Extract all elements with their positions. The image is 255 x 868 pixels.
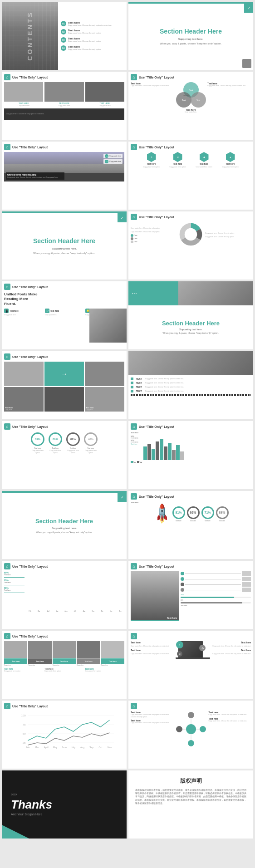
slide-5: Use "Title Only" Layout Unified fonts ma… [2,142,127,210]
slide-6: Use "Title Only" Layout ✦ Text here Copy… [128,142,253,210]
section-sub-2: When you copy & paste, choose "keep text… [160,42,221,46]
slide-8: Use "Title Only" Layout Copy paste here.… [128,211,253,280]
section-header-2: Section Header Here [160,28,222,35]
slogan-text: And Your Slogan Here [11,813,118,816]
svg-text:50: 50 [23,732,26,735]
svg-text:Oct: Oct [99,746,103,749]
thanks-heading: Thanks [11,798,118,812]
section-header-15: Section Header Here [35,518,93,525]
slide-14-title: Use "Title Only" Layout [139,425,174,428]
slide-11-title: Use "Title Only" Layout [12,355,48,358]
svg-text:Feb: Feb [26,746,30,749]
section-sub-15: When you copy & paste, choose "keep text… [36,531,93,534]
slide-1: CONTENTS 01 Text here Copy paste here. C… [2,2,127,70]
svg-text:Nov: Nov [108,746,112,749]
svg-text:May: May [53,746,58,749]
slide-23: 200X Thanks And Your Slogan Here [2,770,127,839]
svg-text:Mar: Mar [35,746,39,749]
slide-4: Use "Title Only" Layout Text here Copy p… [128,72,253,140]
slide-7: ✓ Section Header Here Supporting text he… [2,211,127,280]
slide-10: ▶ ▶ ▶ Section Header Here Supporting tex… [128,281,253,349]
svg-text:Aug: Aug [80,746,84,749]
contents-item-3: 03 Text here Copy paste here. Choose the… [61,37,124,43]
slide-9-title: Use "Title Only" Layout [12,285,48,289]
svg-text:100: 100 [21,714,26,717]
slide-21: Use "Title Only" Layout 100 75 50 25 Feb [2,701,127,769]
section-supporting-15: Supporting text here. [52,526,77,530]
slide-16: Use "Title Only" Layout Text Here 🚀 81% … [128,491,253,559]
slide-20: Text here Copy paste here. Choose the on… [128,631,253,699]
year-label: 200X [11,793,118,796]
slide-11: Use "Title Only" Layout → Text here Copy… [2,351,127,419]
slide-19-title: Use "Title Only" Layout [12,635,48,638]
section-sub-10: When you copy & paste, choose "keep text… [163,332,219,334]
rocket-icon: 🚀 [150,502,173,525]
slide-14: Use "Title Only" Layout Text Here 58%TEX… [128,421,253,489]
slide-9-subtitle: Unified Fonts MakeReading MoreFluent. [4,292,124,306]
slide-19: Use "Title Only" Layout Text here Suppor… [2,631,127,699]
slide-18: Use "Title Only" Layout Text here [128,561,253,629]
slide-5-title: Use "Title Only" Layout [12,146,48,149]
svg-text:Sep: Sep [89,746,93,749]
slide-8-title: Use "Title Only" Layout [139,216,174,219]
svg-point-1 [185,228,197,241]
section-header-7: Section Header Here [33,237,95,245]
slide-21-title: Use "Title Only" Layout [12,705,48,708]
slide-1-left: CONTENTS [2,2,58,70]
section-supporting-7: Supporting text here. [52,247,77,250]
slide-12: · TEXT Copy paste here. Choose the only … [128,351,253,419]
svg-text:July: July [71,746,75,749]
contents-item-2: 02 Text here Copy paste here. Choose the… [61,29,124,34]
copyright-heading: 版权声明 [135,777,246,785]
copyright-body: 本模板版权归原作者所有，如您需要使用本模板，请务必保留原作者版权信息。本模板仅供… [135,789,246,805]
slide-3: Use "Title Only" Layout TEXT HERE Copy p… [2,72,127,140]
slide-17: Use "Title Only" Layout 69% Text here 95… [2,561,127,629]
slide-15: ✓ Section Header Here Supporting text he… [2,491,127,559]
contents-item-1: 01 Text here Copy paste here. Choose the… [61,21,124,26]
slide-17-title: Use "Title Only" Layout [12,565,48,568]
contents-item-4: 04 Text here Copy paste here. Choose the… [61,45,124,51]
contents-label: CONTENTS [26,11,34,61]
section-supporting-10: Supporting text here. [179,328,202,331]
slide-2: ✓ Section Header Here Supporting text he… [128,2,253,70]
slide-1-right: 01 Text here Copy paste here. Choose the… [58,2,127,70]
slide-24: 版权声明 本模板版权归原作者所有，如您需要使用本模板，请务必保留原作者版权信息。… [128,770,253,839]
line-chart: 100 75 50 25 Feb Mar April May June July… [4,711,124,752]
slide-6-title: Use "Title Only" Layout [139,146,174,149]
slide-13-title: Use "Title Only" Layout [12,425,48,428]
slide-3-title: Use "Title Only" Layout [12,76,48,79]
svg-text:April: April [44,746,48,749]
pie-chart [178,222,203,247]
section-sub-7: When you copy & paste, choose "keep text… [33,252,95,255]
section-header-10: Section Header Here [162,320,220,327]
slide-4-title: Use "Title Only" Layout [139,76,174,79]
page-container: CONTENTS 01 Text here Copy paste here. C… [0,0,255,840]
slide-16-title: Use "Title Only" Layout [139,495,174,498]
svg-text:June: June [62,746,67,749]
svg-text:75: 75 [23,723,26,726]
section-supporting-2: Supporting text here. [178,37,204,41]
slide-18-title: Use "Title Only" Layout [139,565,174,568]
slide-9: Use "Title Only" Layout Unified Fonts Ma… [2,281,127,349]
slide-13: Use "Title Only" Layout 69% Text here Co… [2,421,127,489]
svg-text:25: 25 [23,741,26,744]
slide-22: Text here Copy paste here. Choose the on… [128,701,253,769]
